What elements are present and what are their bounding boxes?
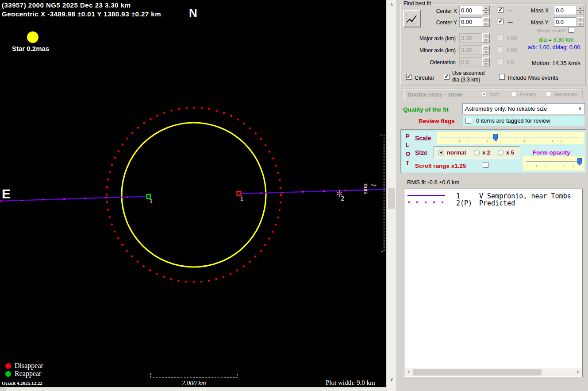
legend-row-predicted[interactable]: 2(P) Predicted bbox=[404, 199, 582, 206]
plot-scroll-left-button[interactable] bbox=[0, 387, 6, 391]
major-axis-label: Major axis (km) bbox=[414, 35, 456, 42]
review-flags-checkbox[interactable] bbox=[465, 118, 471, 124]
km-scale-bar bbox=[150, 373, 238, 377]
minor-axis-input[interactable]: 3.30 bbox=[459, 45, 482, 54]
run-best-fit-button[interactable] bbox=[403, 10, 421, 27]
orientation-fit-checkbox[interactable] bbox=[498, 58, 503, 64]
legend-row2-name: Predicted bbox=[479, 199, 515, 207]
mass-y-input[interactable]: 0.0 bbox=[554, 17, 576, 27]
quality-of-fit-dropdown[interactable]: Astrometry only. No reliable size ∨ bbox=[462, 103, 585, 114]
include-miss-events-checkbox[interactable] bbox=[499, 74, 505, 80]
use-assumed-dia-checkbox[interactable] bbox=[444, 74, 450, 80]
minor-axis-fit-checkbox[interactable] bbox=[498, 46, 503, 52]
scroll-down-icon[interactable]: ∨ bbox=[387, 376, 396, 383]
mass-x-input[interactable]: 0.0 bbox=[554, 6, 576, 15]
reappear-legend-dot bbox=[5, 371, 11, 377]
major-axis-input[interactable]: 3.30 bbox=[459, 33, 482, 43]
plot-horizontal-scrollbar[interactable] bbox=[0, 387, 386, 391]
predicted-marker-number: 2 bbox=[341, 195, 344, 202]
chevron-down-icon: ∨ bbox=[578, 104, 582, 114]
double-stars-primary-radio[interactable] bbox=[511, 91, 517, 97]
orientation-err: 0.0 bbox=[507, 59, 514, 65]
major-axis-fit-checkbox[interactable] bbox=[498, 35, 503, 40]
fit-control-panel: Find best fit Center X 0.00 ▲▼ --- Mass … bbox=[396, 0, 588, 391]
observed-chord-swatch bbox=[407, 195, 445, 196]
legend-scroll-thumb[interactable] bbox=[413, 369, 542, 376]
legend-row-observed[interactable]: 1 V Sempronio, near Tombs bbox=[404, 192, 582, 199]
chord-legend-list[interactable]: 1 V Sempronio, near Tombs 2(P) Predicted… bbox=[404, 189, 583, 377]
size-normal-label: normal bbox=[447, 149, 466, 156]
orientation-stepper[interactable]: ▲▼ bbox=[482, 57, 490, 66]
disappear-legend-dot bbox=[5, 363, 11, 369]
form-opacity-track[interactable] bbox=[526, 161, 580, 163]
shape-model-label: Shape model bbox=[529, 28, 565, 33]
star-size-label: Star 0.2mas bbox=[12, 45, 49, 52]
size-x2-label: x 2 bbox=[482, 149, 490, 156]
scroll-up-icon[interactable]: ∧ bbox=[387, 1, 396, 8]
axis-ratio-readout: a/b: 1.00, dMag: 0.00 bbox=[528, 44, 585, 50]
orientation-label: Orientation bbox=[414, 59, 456, 66]
mass-x-stepper[interactable]: ▲▼ bbox=[576, 6, 584, 15]
plot-width-label: Plot width: 9.0 km bbox=[326, 379, 375, 387]
center-y-input[interactable]: 0.00 bbox=[459, 17, 482, 27]
motion-readout: Motion: 14.35 km/s bbox=[532, 60, 580, 66]
occult-fit-window: (33957) 2000 NG5 2025 Dec 23 3.30 km Geo… bbox=[0, 0, 588, 391]
plot-letter-o: O bbox=[406, 151, 410, 157]
plot-letter-l: L bbox=[406, 142, 409, 148]
size-normal-radio[interactable] bbox=[438, 150, 444, 155]
mas-scale-bracket bbox=[380, 135, 384, 252]
minor-axis-stepper[interactable]: ▲▼ bbox=[482, 45, 490, 54]
mass-y-label: Mass Y bbox=[531, 19, 549, 26]
occultation-plot-canvas[interactable]: (33957) 2000 NG5 2025 Dec 23 3.30 km Geo… bbox=[0, 0, 386, 387]
center-x-stepper[interactable]: ▲▼ bbox=[482, 6, 490, 15]
use-assumed-line2: dia (3.3 km) bbox=[452, 77, 480, 83]
rms-fit-readout: RMS fit -0.6 ±0.0 km bbox=[407, 179, 459, 186]
quality-of-fit-label: Quality of the fit bbox=[403, 106, 449, 113]
orientation-input[interactable]: 0.0 bbox=[459, 57, 482, 66]
mass-y-stepper[interactable]: ▲▼ bbox=[576, 17, 584, 27]
plot-drawing bbox=[0, 0, 386, 387]
scale-slider-ticks bbox=[441, 140, 580, 142]
chord1-disappear-number: 1 bbox=[240, 195, 243, 202]
double-stars-secondary-radio[interactable] bbox=[546, 91, 551, 97]
scroll-range-checkbox[interactable] bbox=[483, 162, 488, 168]
include-miss-events-label: Include Miss events bbox=[508, 74, 558, 81]
predicted-limb-dotted-circle bbox=[107, 108, 281, 282]
size-x2-radio[interactable] bbox=[474, 150, 480, 155]
fit-chart-icon bbox=[404, 11, 420, 27]
disappear-legend-label: Disappear bbox=[15, 362, 43, 370]
quality-of-fit-value: Astrometry only. No reliable size bbox=[465, 105, 547, 112]
scale-slider-track[interactable] bbox=[440, 137, 580, 138]
vertical-scroll-thumb[interactable] bbox=[388, 188, 395, 209]
center-y-label: Center Y bbox=[423, 19, 457, 26]
main-vertical-scrollbar[interactable]: ∧ ∨ bbox=[386, 0, 396, 391]
size-x5-label: x 5 bbox=[506, 149, 514, 156]
center-y-dash: --- bbox=[507, 19, 513, 25]
size-x5-radio[interactable] bbox=[498, 150, 503, 155]
legend-scroll-left-icon[interactable]: ‹ bbox=[405, 368, 412, 376]
reappear-legend-label: Reappear bbox=[15, 370, 41, 378]
major-axis-stepper[interactable]: ▲▼ bbox=[482, 33, 490, 43]
predicted-path-swatch bbox=[407, 201, 446, 204]
double-stars-secondary-label: Secondary bbox=[554, 92, 577, 97]
double-stars-both-radio[interactable] bbox=[481, 91, 487, 97]
circular-checkbox[interactable] bbox=[406, 74, 412, 80]
shape-model-checkbox[interactable] bbox=[569, 27, 574, 33]
double-stars-primary-label: Primary bbox=[519, 92, 536, 97]
chord1-reappear-number: 1 bbox=[149, 197, 153, 205]
center-y-stepper[interactable]: ▲▼ bbox=[482, 17, 490, 27]
scale-slider[interactable] bbox=[437, 132, 584, 144]
plot-title-line1: (33957) 2000 NG5 2025 Dec 23 3.30 km bbox=[2, 1, 131, 9]
center-x-input[interactable]: 0.00 bbox=[459, 6, 482, 15]
plot-letter-t: T bbox=[406, 159, 409, 166]
center-x-label: Center X bbox=[423, 8, 457, 14]
minor-axis-err: 0.00 bbox=[507, 47, 517, 53]
legend-row2-number: 2(P) bbox=[456, 199, 472, 207]
diameter-readout: dia = 3.30 km bbox=[529, 36, 584, 43]
form-opacity-slider[interactable] bbox=[523, 156, 584, 170]
review-flags-text: 0 items are tagged for review bbox=[476, 116, 550, 126]
legend-scroll-right-icon[interactable]: › bbox=[574, 368, 581, 376]
center-x-fit-checkbox[interactable] bbox=[498, 7, 503, 13]
legend-horizontal-scrollbar[interactable]: ‹ › bbox=[405, 368, 581, 376]
center-y-fit-checkbox[interactable] bbox=[498, 19, 503, 24]
